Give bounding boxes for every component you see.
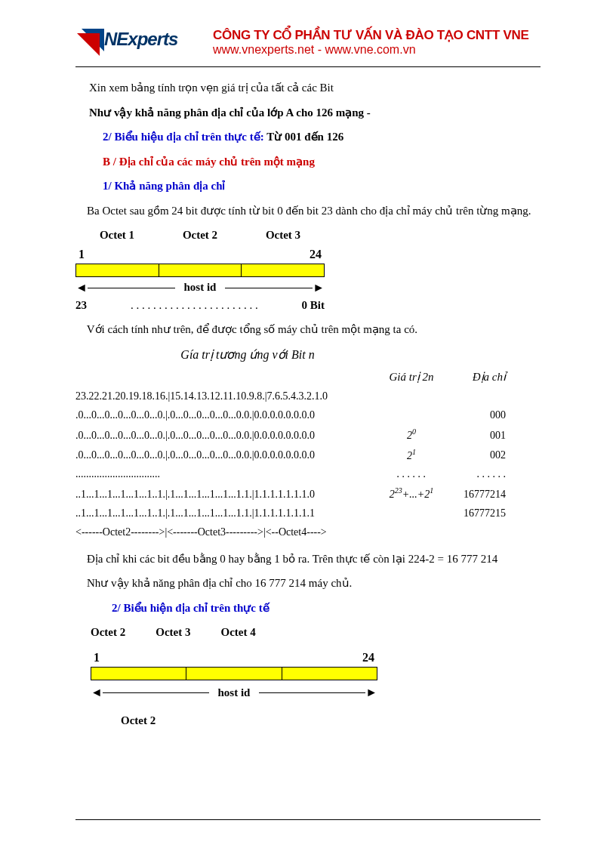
hostid-label: host id bbox=[175, 279, 226, 296]
cell: 23.22.21.20.19.18.16.|15.14.13.12.11.10.… bbox=[75, 388, 377, 404]
section-heading: 1/ Khả năng phân địa chỉ bbox=[103, 177, 541, 195]
table-header-row: Giá trị 2n Địa chỉ bbox=[75, 368, 541, 386]
section-heading: B / Địa chỉ của các máy chủ trên một mạn… bbox=[103, 153, 541, 171]
paragraph: 2/ Biểu hiệu địa chỉ trên thực tế: Từ 00… bbox=[103, 128, 541, 146]
cell: ..1...1...1...1...1...1..1.|.1...1...1..… bbox=[75, 486, 377, 502]
num: 24 bbox=[362, 649, 374, 667]
cell: 001 bbox=[445, 427, 506, 443]
label: Octet 2 bbox=[159, 227, 242, 244]
page-header: NExperts CÔNG TY CỔ PHẦN TƯ VẤN VÀ ĐÀO T… bbox=[75, 23, 541, 67]
paragraph: Ba Octet sau gồm 24 bit được tính từ bit… bbox=[75, 202, 541, 220]
dots: . . . . . . . . . . . . . . . . . . . . … bbox=[87, 297, 302, 314]
bit-value-table: Gía trị tương ứng với Bit n Giá trị 2n Đ… bbox=[75, 346, 541, 540]
cell: 20 bbox=[377, 426, 445, 443]
header-urls: www.vnexperts.net - www.vne.com.vn bbox=[213, 43, 541, 57]
yellow-bar bbox=[91, 667, 377, 680]
table-row: ..1...1...1...1...1...1..1.|.1...1...1..… bbox=[75, 485, 541, 502]
text-blue: 2/ Biểu hiệu địa chỉ trên thực tế: bbox=[103, 131, 264, 143]
paragraph: Xin xem bảng tính trọn vẹn giá trị của t… bbox=[89, 79, 541, 97]
paragraph: Như vậy khả năng phân địa chỉ cho 16 777… bbox=[75, 575, 541, 592]
page-content: Xin xem bảng tính trọn vẹn giá trị của t… bbox=[75, 79, 541, 729]
text: Ba Octet sau gồm 24 bit được tính từ bit… bbox=[87, 205, 531, 217]
cell: .0...0...0...0...0...0...0.|.0...0...0..… bbox=[75, 447, 377, 463]
label: Octet 1 bbox=[75, 227, 159, 244]
num: 23 bbox=[75, 297, 87, 314]
arrow-hostid: ◄ host id ► bbox=[91, 683, 377, 702]
label: Octet 3 bbox=[156, 624, 190, 641]
bit-numbering-top: 1 24 bbox=[75, 245, 325, 264]
num: 24 bbox=[310, 245, 322, 264]
cell: 002 bbox=[445, 447, 506, 463]
cell: ................................ bbox=[75, 466, 377, 482]
num: 1 bbox=[79, 245, 85, 264]
arrowhead-right-icon: ► bbox=[313, 279, 325, 297]
arrow-hostid: ◄ host id ► bbox=[75, 279, 325, 297]
cell: .0...0...0...0...0...0...0.|.0...0...0..… bbox=[75, 407, 377, 423]
cell: 16777214 bbox=[445, 486, 506, 502]
text: Địa chỉ khi các bit đều bằng 0 hay bằng … bbox=[87, 553, 497, 565]
cell: 21 bbox=[377, 446, 445, 464]
section-heading: 2/ Biểu hiện địa chỉ trên thực tế bbox=[112, 600, 541, 617]
diagram-host-id-1: Octet 1 Octet 2 Octet 3 1 24 ◄ host id ►… bbox=[75, 227, 325, 313]
cell: .0...0...0...0...0...0...0.|.0...0...0..… bbox=[75, 427, 377, 443]
arrowhead-right-icon: ► bbox=[365, 683, 377, 702]
label: Octet 2 bbox=[91, 624, 125, 641]
num: 1 bbox=[94, 649, 100, 667]
diagram-host-id-2: 1 24 ◄ host id ► bbox=[91, 649, 377, 702]
cell: <------Octet2-------->|<-------Octet3---… bbox=[75, 524, 377, 540]
arrowhead-left-icon: ◄ bbox=[91, 683, 103, 702]
num: 0 Bit bbox=[302, 297, 325, 314]
label: Octet 2 bbox=[121, 712, 541, 729]
company-name: CÔNG TY CỔ PHẦN TƯ VẤN VÀ ĐÀO TẠO CNTT V… bbox=[213, 27, 541, 43]
logo: NExperts bbox=[75, 23, 204, 60]
text: Như vậy khả năng phân địa chỉ cho 16 777… bbox=[87, 577, 352, 589]
paragraph: Với cách tính như trên, để được tổng số … bbox=[75, 321, 541, 338]
bit-numbering-bottom: 23 . . . . . . . . . . . . . . . . . . .… bbox=[75, 297, 325, 314]
text: Với cách tính như trên, để được tổng số … bbox=[87, 323, 417, 335]
table-row: 23.22.21.20.19.18.16.|15.14.13.12.11.10.… bbox=[75, 388, 541, 404]
cell: Địa chỉ bbox=[445, 368, 506, 386]
paragraph: Địa chỉ khi các bit đều bằng 0 hay bằng … bbox=[75, 550, 541, 568]
cell: . . . . . . bbox=[377, 466, 445, 482]
label: Octet 3 bbox=[242, 227, 325, 244]
logo-text: NExperts bbox=[104, 29, 177, 50]
yellow-bar bbox=[75, 264, 325, 277]
hostid-label: host id bbox=[209, 684, 260, 702]
cell: 000 bbox=[445, 407, 506, 423]
cell: Giá trị 2n bbox=[377, 368, 445, 386]
table-row: .0...0...0...0...0...0...0.|.0...0...0..… bbox=[75, 446, 541, 464]
cell: 16777215 bbox=[445, 505, 506, 521]
table-row: ..1...1...1...1...1...1..1.|.1...1...1..… bbox=[75, 505, 541, 521]
footer-rule bbox=[75, 819, 541, 820]
octet-labels-row: Octet 2 Octet 3 Octet 4 bbox=[91, 624, 541, 641]
table-row: <------Octet2-------->|<-------Octet3---… bbox=[75, 524, 541, 540]
label: Octet 4 bbox=[220, 624, 255, 641]
cell: . . . . . . bbox=[445, 466, 506, 482]
table-title: Gía trị tương ứng với Bit n bbox=[0, 346, 541, 364]
arrowhead-left-icon: ◄ bbox=[75, 279, 88, 297]
table-row: .0...0...0...0...0...0...0.|.0...0...0..… bbox=[75, 407, 541, 423]
cell: ..1...1...1...1...1...1..1.|.1...1...1..… bbox=[75, 505, 377, 521]
table-row: .0...0...0...0...0...0...0.|.0...0...0..… bbox=[75, 426, 541, 443]
text: Từ 001 đến 126 bbox=[264, 131, 343, 143]
header-text-block: CÔNG TY CỔ PHẦN TƯ VẤN VÀ ĐÀO TẠO CNTT V… bbox=[213, 27, 541, 57]
bit-numbering-top: 1 24 bbox=[91, 649, 377, 667]
octet-labels: Octet 1 Octet 2 Octet 3 bbox=[75, 227, 325, 244]
table-row: ................................. . . . … bbox=[75, 466, 541, 482]
paragraph: Như vậy khả năng phân địa chỉ của lớp A … bbox=[89, 104, 541, 122]
cell: 223+...+21 bbox=[377, 485, 445, 502]
